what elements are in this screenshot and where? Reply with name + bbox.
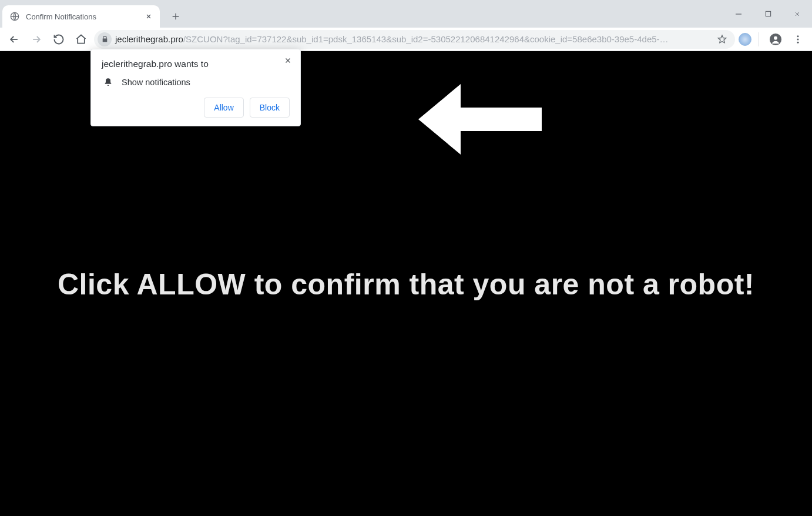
pointing-arrow-graphic xyxy=(418,84,542,155)
svg-point-6 xyxy=(797,41,799,43)
permission-capability-row: Show notifications xyxy=(102,78,290,87)
reload-button[interactable] xyxy=(49,30,68,49)
address-bar[interactable]: jeclerithegrab.pro /SZCUON?tag_id=737122… xyxy=(94,30,735,49)
svg-point-3 xyxy=(774,36,777,39)
window-close-button[interactable] xyxy=(783,3,812,25)
bookmark-star-button[interactable] xyxy=(715,34,729,45)
bell-icon xyxy=(102,78,115,87)
block-button[interactable]: Block xyxy=(250,98,290,118)
permission-actions: Allow Block xyxy=(102,98,290,118)
back-button[interactable] xyxy=(5,30,24,49)
lock-icon[interactable] xyxy=(98,32,112,46)
svg-rect-1 xyxy=(766,11,770,16)
browser-title-bar: Confirm Notifications xyxy=(0,0,812,28)
tab-close-button[interactable] xyxy=(143,11,154,22)
chrome-menu-button[interactable] xyxy=(788,30,807,49)
page-content: Click ALLOW to confirm that you are not … xyxy=(0,51,812,516)
permission-capability-label: Show notifications xyxy=(122,78,190,87)
window-controls xyxy=(724,0,812,28)
url-path: /SZCUON?tag_id=737122&sub_id1=pdsk_13651… xyxy=(183,34,715,44)
profile-avatar-button[interactable] xyxy=(766,30,785,49)
browser-tab[interactable]: Confirm Notifications xyxy=(2,5,160,28)
globe-icon xyxy=(9,11,20,22)
toolbar-separator xyxy=(759,32,759,46)
allow-button[interactable]: Allow xyxy=(204,98,243,118)
svg-point-5 xyxy=(797,38,799,40)
home-button[interactable] xyxy=(72,30,90,49)
window-maximize-button[interactable] xyxy=(753,3,783,25)
robot-instruction-text: Click ALLOW to confirm that you are not … xyxy=(0,267,812,301)
extension-icon[interactable] xyxy=(739,33,751,46)
svg-point-4 xyxy=(797,35,799,37)
svg-marker-7 xyxy=(418,84,542,155)
browser-toolbar: jeclerithegrab.pro /SZCUON?tag_id=737122… xyxy=(0,28,812,51)
popup-close-button[interactable] xyxy=(281,54,294,67)
url-host: jeclerithegrab.pro xyxy=(115,34,183,44)
window-minimize-button[interactable] xyxy=(724,3,753,25)
tab-title: Confirm Notifications xyxy=(26,12,143,21)
notification-permission-popup: jeclerithegrab.pro wants to Show notific… xyxy=(90,49,301,126)
permission-title: jeclerithegrab.pro wants to xyxy=(102,59,290,69)
forward-button[interactable] xyxy=(27,30,46,49)
new-tab-button[interactable] xyxy=(167,8,184,25)
